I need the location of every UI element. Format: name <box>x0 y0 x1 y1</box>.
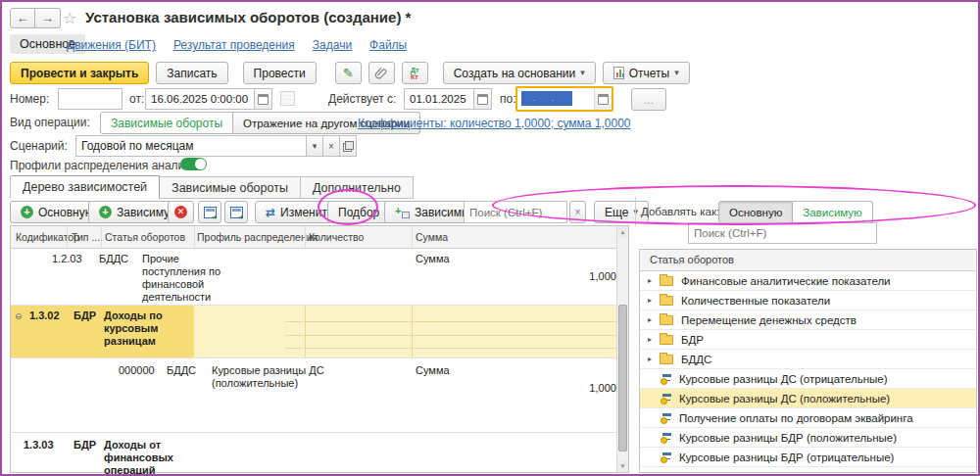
delete-button[interactable]: ✕ <box>168 201 194 223</box>
scenario-input[interactable]: Годовой по месяцам <box>75 135 307 157</box>
table-row[interactable]: 1.3.03 БДР Доходы от финансовых операций <box>11 433 628 473</box>
column-amount[interactable]: Сумма <box>416 231 448 243</box>
expand-icon[interactable]: ▸ <box>648 315 652 324</box>
post-button[interactable]: Провести <box>243 62 317 84</box>
date-from-field[interactable]: 16.06.2025 0:00:00 <box>145 88 272 110</box>
add-as-main-button[interactable]: Основную <box>718 201 793 223</box>
tree-item-label: Перемещение денежных средств <box>681 314 857 326</box>
create-based-on-button[interactable]: Создать на основании ▾ <box>443 62 596 84</box>
post-and-close-button[interactable]: Провести и закрыть <box>10 62 149 84</box>
paperclip-icon <box>374 67 388 80</box>
picker-header-label[interactable]: Статья оборотов <box>650 254 734 265</box>
pick-button[interactable]: Подбор <box>327 201 390 223</box>
tab-dependent-turnovers[interactable]: Зависимые обороты <box>160 176 301 199</box>
scenario-clear-button[interactable]: × <box>323 135 340 157</box>
column-profile[interactable]: Профиль распределения <box>197 231 318 243</box>
tree-item[interactable]: Получение оплаты по договорам эквайринга <box>640 408 976 428</box>
close-icon: × <box>328 141 334 152</box>
valid-from-value[interactable]: 01.01.2025 <box>404 88 474 110</box>
column-article[interactable]: Статья оборотов <box>105 231 185 243</box>
vertical-scrollbar[interactable]: ▲ ▼ <box>616 226 628 472</box>
column-quantity[interactable]: Количество <box>309 231 364 243</box>
nav-link-files[interactable]: Файлы <box>369 38 407 52</box>
cell-type: БДДС <box>99 253 128 265</box>
document-window: ← → ☆ Установка зависимых оборотов (созд… <box>0 0 980 476</box>
date-from-label: от: <box>129 92 144 106</box>
tab-additional[interactable]: Дополнительно <box>301 176 414 199</box>
scenario-label: Сценарий: <box>10 139 68 153</box>
tree-search-input[interactable] <box>464 201 567 223</box>
toggle-knob <box>195 159 206 169</box>
move-window-icon <box>204 207 217 218</box>
back-icon: ← <box>17 11 29 25</box>
scrollbar-thumb[interactable] <box>618 305 627 452</box>
dtkt-button[interactable]: ДтКт <box>402 62 428 84</box>
scroll-down-button[interactable]: ▼ <box>617 460 628 472</box>
valid-to-field[interactable]: . . <box>515 86 613 112</box>
dtkt-icon: ДтКт <box>411 67 418 80</box>
tree-item-selected[interactable]: Курсовые разницы ДС (положительные) <box>640 389 976 408</box>
dependency-tree-grid: Кодификатор Тип ... Статья оборотов Проф… <box>10 225 629 473</box>
tree-item-folder[interactable]: ▸ Перемещение денежных средств <box>640 310 976 330</box>
tree-item[interactable]: Курсовые разницы ДС (отрицательные) <box>640 369 976 389</box>
tree-item-folder[interactable]: ▸ БДДС <box>640 350 976 369</box>
tree-item-folder[interactable]: ▸ БДР <box>640 330 976 350</box>
nav-link-movements[interactable]: Движения (БИТ) <box>67 38 156 52</box>
scroll-up-button[interactable]: ▲ <box>617 226 628 238</box>
valid-to-input[interactable]: . . <box>517 88 594 110</box>
table-row[interactable]: 1.2.03 БДДС Прочие поступления по финанс… <box>11 249 628 306</box>
scenario-dropdown-button[interactable]: ▾ <box>307 135 323 157</box>
ellipsis-button[interactable]: ... <box>631 88 666 111</box>
calendar-button[interactable] <box>255 88 272 110</box>
number-input[interactable] <box>58 88 122 110</box>
tab-dependency-tree[interactable]: Дерево зависимостей <box>10 175 160 199</box>
create-based-on-label: Создать на основании <box>454 67 576 80</box>
coefficients-link[interactable]: Коэффициенты: количество 1,0000; сумма 1… <box>358 117 631 130</box>
expand-icon[interactable]: ▸ <box>648 355 652 363</box>
valid-from-field[interactable]: 01.01.2025 <box>404 88 492 110</box>
date-from-value[interactable]: 16.06.2025 0:00:00 <box>145 88 255 110</box>
operation-option-dependent[interactable]: Зависимые обороты <box>100 112 233 134</box>
forward-button[interactable]: → <box>35 8 61 28</box>
reports-button[interactable]: Отчеты ▾ <box>603 62 690 84</box>
column-codifier[interactable]: Кодификатор <box>16 231 79 243</box>
calendar-button[interactable] <box>594 88 612 110</box>
cell-article: Доходы от финансовых операций <box>104 439 207 476</box>
profiles-toggle[interactable] <box>180 158 207 170</box>
tree-item[interactable]: Курсовые разницы БДР (отрицательные) <box>640 448 976 467</box>
tree-item-folder[interactable]: ▸ Количественные показатели <box>640 291 976 310</box>
report-icon <box>613 67 624 79</box>
plus-icon: + <box>21 206 33 218</box>
expand-icon[interactable]: ▸ <box>648 276 652 285</box>
nav-link-result[interactable]: Результат проведения <box>173 38 295 52</box>
add-as-dependent-button[interactable]: Зависимую <box>793 201 872 223</box>
picker-search-input[interactable] <box>688 222 877 244</box>
column-type[interactable]: Тип ... <box>72 231 100 243</box>
scenario-open-button[interactable] <box>340 135 357 157</box>
table-row-selected[interactable]: ⊖ 1.3.02 БДР Доходы по курсовым разницам <box>11 306 628 358</box>
save-button[interactable]: Записать <box>156 62 227 84</box>
expand-icon[interactable]: ▸ <box>648 296 652 305</box>
nav-link-tasks[interactable]: Задачи <box>313 38 352 52</box>
cell-article: Прочие поступления по финансовой деятель… <box>142 253 233 304</box>
tree-item-label: Курсовые разницы ДС (положительные) <box>679 393 890 405</box>
tree-item-folder[interactable]: ▸ Финансовые аналитические показатели <box>640 271 976 291</box>
expand-icon[interactable]: ▸ <box>648 335 652 344</box>
tree-item[interactable]: Курсовые разницы БДР (положительные) <box>640 428 976 448</box>
history-icon[interactable] <box>280 91 295 106</box>
move-to-dependent-button[interactable] <box>224 201 248 223</box>
table-row[interactable]: 000000 БДДС Курсовые разницы ДС (положит… <box>11 358 628 433</box>
calendar-button[interactable] <box>474 88 492 110</box>
move-to-main-button[interactable] <box>198 201 221 223</box>
attach-button[interactable] <box>368 62 395 84</box>
favorite-star-icon[interactable]: ☆ <box>63 9 76 27</box>
back-button[interactable]: ← <box>10 8 35 28</box>
sign-button[interactable]: ✎ <box>335 62 362 84</box>
collapse-icon[interactable]: ⊖ <box>15 310 23 323</box>
add-as-toggle: Основную Зависимую <box>718 201 873 223</box>
article-item-icon <box>661 412 672 424</box>
cell-code: 1.3.03 <box>24 439 54 452</box>
tree-search-clear-button[interactable]: × <box>569 201 586 223</box>
page-title: Установка зависимых оборотов (создание) … <box>85 9 411 25</box>
folder-icon <box>660 276 673 286</box>
